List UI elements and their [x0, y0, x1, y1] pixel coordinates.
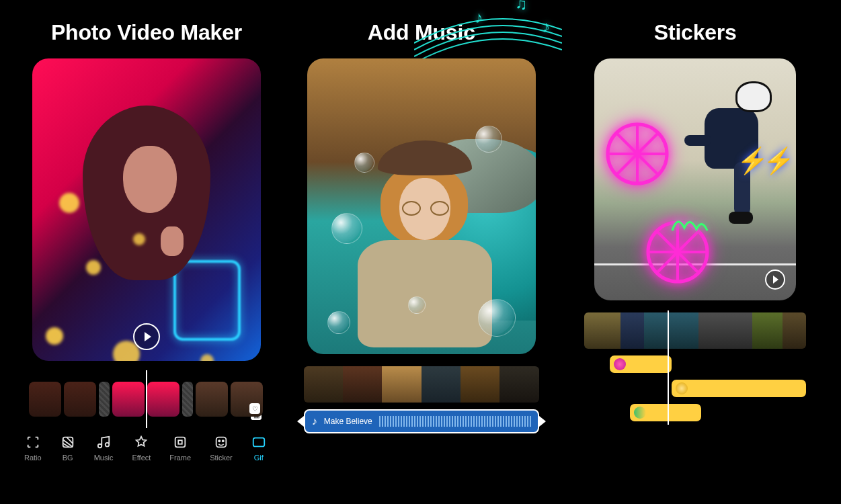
timeline-clip[interactable]	[382, 366, 421, 403]
bubble-graphic	[475, 126, 502, 153]
transition-chip[interactable]: ▦	[182, 382, 193, 417]
tool-music[interactable]: Music	[94, 435, 114, 462]
bokeh-dot	[46, 327, 63, 345]
trim-handle-right[interactable]	[539, 416, 546, 427]
ratio-icon	[26, 435, 40, 450]
transition-chip[interactable]: ▦	[99, 382, 110, 417]
effect-icon	[134, 435, 149, 450]
play-icon	[145, 332, 151, 341]
svg-rect-1	[175, 437, 186, 448]
play-button[interactable]	[133, 323, 160, 350]
music-icon: ♪	[312, 415, 317, 427]
timeline-clip[interactable]	[147, 382, 179, 417]
bubble-graphic	[408, 296, 426, 314]
tool-label: Frame	[169, 454, 191, 462]
bubble-graphic	[354, 153, 374, 173]
waveform-graphic	[379, 416, 531, 427]
tool-ratio[interactable]: Ratio	[24, 435, 42, 462]
tool-effect[interactable]: Effect	[132, 435, 151, 462]
frame-icon	[173, 435, 188, 450]
tool-label: Music	[94, 454, 114, 462]
person-graphic	[96, 106, 197, 334]
bubble-graphic	[331, 213, 362, 244]
bubble-graphic	[327, 311, 350, 334]
music-track-chip[interactable]: ♪ Make Believe	[304, 409, 539, 433]
tool-frame[interactable]: Frame	[169, 435, 191, 462]
sticker-lane[interactable]	[584, 380, 806, 397]
tool-gif[interactable]: Gif	[251, 435, 266, 462]
timeline-clip[interactable]	[783, 312, 807, 349]
preview-card-3[interactable]: ⚡⚡	[594, 58, 796, 300]
panel-stickers: Stickers ⚡⚡	[569, 20, 823, 497]
gif-icon	[251, 435, 266, 450]
preview-card-1[interactable]	[32, 58, 261, 361]
playhead[interactable]	[668, 310, 669, 425]
tool-label: BG	[63, 454, 73, 462]
preview-card-2[interactable]	[307, 58, 536, 354]
svg-rect-6	[253, 438, 265, 447]
scribble-sticker	[670, 210, 710, 239]
timeline[interactable]	[584, 312, 806, 421]
trim-handle-left[interactable]	[297, 416, 304, 427]
timeline-clip[interactable]	[752, 312, 783, 349]
tool-label: Ratio	[24, 454, 42, 462]
bubble-graphic	[478, 299, 516, 337]
svg-text:♫: ♫	[515, 0, 527, 13]
filmstrip[interactable]	[304, 366, 539, 403]
play-button[interactable]	[765, 269, 785, 290]
timeline-clip[interactable]	[64, 382, 96, 417]
editor-toolbar: Ratio BG Music Effect Frame Sticker Gif	[19, 435, 274, 462]
panel-title: Photo Video Maker	[51, 20, 242, 45]
sticker-chip[interactable]	[630, 404, 701, 421]
sticker-lane[interactable]	[584, 404, 806, 421]
timeline-clip[interactable]	[29, 382, 61, 417]
music-staff-graphic: ♪ ♫ ♪	[414, 0, 562, 63]
rider-graphic	[691, 81, 778, 209]
lightning-sticker: ⚡⚡	[737, 146, 789, 175]
filmstrip[interactable]	[584, 312, 806, 349]
favorite-icon: ♡	[249, 403, 260, 414]
tool-label: Gif	[254, 454, 264, 462]
bokeh-dot	[86, 260, 101, 275]
tool-bg[interactable]: BG	[61, 435, 75, 462]
bokeh-dot	[133, 233, 145, 245]
svg-text:♪: ♪	[542, 17, 550, 36]
timeline[interactable]: ♪ Make Believe	[304, 366, 539, 433]
fish-sticker-icon	[634, 407, 646, 419]
timeline-clip[interactable]	[584, 312, 620, 349]
timeline-clip[interactable]	[698, 312, 752, 349]
timeline-clip[interactable]	[304, 366, 343, 403]
sticker-chip[interactable]	[672, 380, 806, 397]
neon-wheel-sticker	[604, 120, 671, 187]
panel-title: Stickers	[654, 20, 737, 45]
panel-add-music: Add Music ♪ ♫ ♪	[294, 20, 549, 497]
timeline-clip[interactable]	[196, 382, 228, 417]
timeline-clip[interactable]	[343, 366, 382, 403]
music-icon	[96, 435, 111, 450]
sticker-lane[interactable]	[584, 355, 806, 373]
spiral-sticker-icon	[676, 382, 688, 394]
wheel-sticker-icon	[614, 358, 626, 370]
bokeh-dot	[59, 193, 79, 213]
timeline-clip[interactable]: ♡	[231, 382, 263, 417]
timeline-clip[interactable]	[644, 312, 698, 349]
svg-text:♪: ♪	[475, 8, 483, 26]
bg-icon	[61, 435, 75, 450]
tool-label: Effect	[132, 454, 151, 462]
timeline-clip[interactable]	[499, 366, 538, 403]
timeline-clip[interactable]	[620, 312, 645, 349]
tool-label: Sticker	[210, 454, 233, 462]
timeline-clip[interactable]	[112, 382, 145, 417]
timeline-clip[interactable]	[460, 366, 499, 403]
play-icon	[773, 276, 778, 284]
svg-rect-2	[179, 440, 183, 444]
sticker-icon	[214, 435, 229, 450]
sticker-chip[interactable]	[610, 355, 672, 373]
timeline[interactable]: ▦ ▦ ♡	[29, 376, 264, 423]
svg-point-5	[223, 440, 224, 442]
timeline-clip[interactable]	[422, 366, 460, 403]
music-track-label: Make Believe	[324, 417, 372, 426]
panel-photo-video-maker: Photo Video Maker ▦ ▦ ♡ Ratio BG	[19, 20, 274, 497]
playhead[interactable]	[146, 370, 147, 428]
tool-sticker[interactable]: Sticker	[210, 435, 233, 462]
